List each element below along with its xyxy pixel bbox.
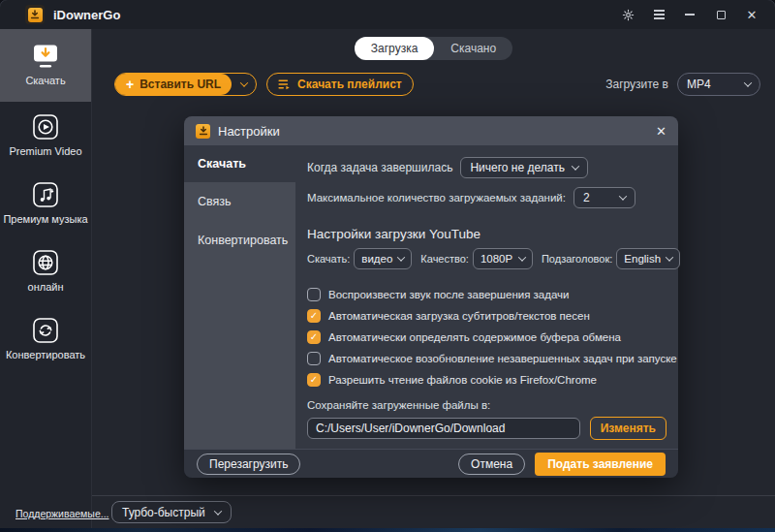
menu-button[interactable] xyxy=(647,4,670,25)
task-finished-row: Когда задача завершилась Ничего не делат… xyxy=(307,156,666,179)
speed-mode-select[interactable]: Турбо-быстрый xyxy=(111,501,232,523)
settings-gear-button[interactable] xyxy=(616,4,639,25)
monitor-download-icon xyxy=(31,44,60,70)
save-path-input[interactable] xyxy=(307,418,580,439)
dialog-nav-connection[interactable]: Связь xyxy=(184,182,295,221)
tabs-row: Загрузка Скачано xyxy=(92,29,775,60)
sidebar-item-premium-music[interactable]: Премиум музыка xyxy=(0,170,91,237)
max-downloads-row: Максимальное количество загружаемых зада… xyxy=(307,186,666,209)
window-title: iDownerGo xyxy=(53,8,120,22)
app-logo xyxy=(25,5,45,24)
yt-quality-label: Качество: xyxy=(420,253,469,265)
maximize-icon xyxy=(717,11,726,19)
apply-button[interactable]: Подать заявление xyxy=(535,453,666,476)
titlebar: iDownerGo ✕ xyxy=(0,0,775,29)
download-playlist-button[interactable]: Скачать плейлист xyxy=(266,73,414,96)
bottom-bar: Турбо-быстрый xyxy=(92,495,775,528)
save-path-label: Сохраняйте загруженные файлы в: xyxy=(307,399,666,411)
minimize-button[interactable] xyxy=(678,4,701,25)
globe-icon xyxy=(32,249,59,276)
dialog-footer: Перезагрузить Отмена Подать заявление xyxy=(184,449,678,478)
window-controls: ✕ xyxy=(616,4,763,25)
checkbox-row-clipboard-detect: Автоматически определять содержимое буфе… xyxy=(307,329,666,344)
download-to-label: Загрузите в xyxy=(605,78,668,91)
checkbox-row-play-sound: Воспроизвести звук после завершения зада… xyxy=(307,287,666,301)
tab-downloaded[interactable]: Скачано xyxy=(434,37,512,60)
paste-url-dropdown-button[interactable] xyxy=(232,74,256,95)
yt-quality-select[interactable]: 1080P xyxy=(473,248,533,269)
sidebar-item-label: Скачать xyxy=(25,75,65,86)
dialog-nav: Скачать Связь Конвертировать xyxy=(184,145,295,449)
yt-download-label: Скачать: xyxy=(307,253,350,265)
dialog-content: Когда задача завершилась Ничего не делат… xyxy=(295,145,678,449)
sidebar: Скачать Premium Video Премиум му xyxy=(0,29,92,528)
download-to-group: Загрузите в MP4 xyxy=(605,73,760,96)
task-finished-select[interactable]: Ничего не делать xyxy=(460,157,588,178)
checkbox-clipboard-detect[interactable] xyxy=(307,330,321,344)
dialog-title: Настройки xyxy=(218,124,280,139)
paste-url-main[interactable]: + Вставить URL xyxy=(115,74,232,95)
dialog-body: Скачать Связь Конвертировать Когда задач… xyxy=(184,145,678,449)
checkbox-auto-resume[interactable] xyxy=(307,352,321,365)
save-path-row: Изменять xyxy=(307,417,666,440)
taskbar-strip xyxy=(0,528,775,532)
gear-icon xyxy=(622,9,635,21)
max-downloads-select[interactable]: 2 xyxy=(574,187,636,208)
chevron-down-icon xyxy=(572,162,579,170)
yt-subtitle-label: Подзаголовок: xyxy=(542,253,612,265)
close-button[interactable]: ✕ xyxy=(740,4,763,25)
checkbox-row-auto-resume: Автоматическое возобновление незавершенн… xyxy=(307,351,666,365)
yt-subtitle-select[interactable]: English xyxy=(616,248,680,269)
sidebar-item-label: Premium Video xyxy=(10,145,82,157)
download-tabs: Загрузка Скачано xyxy=(355,37,512,60)
dialog-nav-convert[interactable]: Конвертировать xyxy=(184,221,295,260)
playlist-icon xyxy=(278,78,291,90)
checkbox-list: Воспроизвести звук после завершения зада… xyxy=(307,287,666,387)
dialog-header: Настройки ✕ xyxy=(184,116,678,145)
music-download-icon xyxy=(32,181,59,208)
supported-sites-link[interactable]: Поддерживаемые... xyxy=(16,508,91,519)
app-window: iDownerGo ✕ xyxy=(0,0,775,532)
settings-dialog: Настройки ✕ Скачать Связь Конвертировать… xyxy=(184,116,678,478)
chevron-down-icon xyxy=(744,78,752,86)
chevron-down-icon xyxy=(518,253,526,261)
close-icon: ✕ xyxy=(747,9,758,21)
checkbox-auto-subtitles[interactable] xyxy=(307,309,321,323)
sidebar-item-convert[interactable]: Конвертировать xyxy=(0,305,91,373)
toolbar: + Вставить URL Скачать плейлист Загруз xyxy=(92,73,775,96)
app-logo-icon xyxy=(28,8,43,22)
sidebar-item-label: Премиум музыка xyxy=(3,213,87,225)
paste-url-button[interactable]: + Вставить URL xyxy=(114,73,257,96)
checkbox-play-sound[interactable] xyxy=(307,288,321,301)
tab-downloading[interactable]: Загрузка xyxy=(355,37,435,60)
chevron-down-icon xyxy=(213,507,221,515)
minimize-icon xyxy=(685,14,695,16)
checkbox-row-cookies: Разрешить чтение файлов cookie из Firefo… xyxy=(307,372,666,387)
sidebar-item-download[interactable]: Скачать xyxy=(0,29,91,102)
sidebar-item-label: Конвертировать xyxy=(6,349,85,360)
chevron-down-icon xyxy=(666,253,673,261)
cancel-button[interactable]: Отмена xyxy=(458,454,525,475)
format-select[interactable]: MP4 xyxy=(677,73,760,96)
checkbox-row-auto-subtitles: Автоматическая загрузка субтитров/тексто… xyxy=(307,308,666,323)
dialog-app-icon xyxy=(196,124,210,139)
yt-download-select[interactable]: видео xyxy=(354,248,412,269)
dialog-close-button[interactable]: ✕ xyxy=(656,125,666,138)
chevron-down-icon xyxy=(619,192,627,200)
task-finished-label: Когда задача завершилась xyxy=(307,161,452,174)
maximize-button[interactable] xyxy=(709,4,732,25)
chevron-down-icon xyxy=(239,78,247,86)
reload-button[interactable]: Перезагрузить xyxy=(197,454,300,475)
max-downloads-label: Максимальное количество загружаемых зада… xyxy=(307,192,566,203)
checkbox-cookies[interactable] xyxy=(307,373,321,387)
convert-arrows-icon xyxy=(32,317,59,344)
chevron-down-icon xyxy=(397,253,405,261)
change-path-button[interactable]: Изменять xyxy=(590,417,666,440)
sidebar-item-premium-video[interactable]: Premium Video xyxy=(0,102,91,170)
sidebar-item-online[interactable]: онлайн xyxy=(0,237,91,305)
play-icon xyxy=(32,113,59,141)
plus-icon: + xyxy=(126,78,134,91)
youtube-options-row: Скачать: видео Качество: 1080P xyxy=(307,247,666,270)
dialog-nav-download[interactable]: Скачать xyxy=(184,145,295,182)
youtube-settings-heading: Настройки загрузки YouTube xyxy=(307,227,666,241)
